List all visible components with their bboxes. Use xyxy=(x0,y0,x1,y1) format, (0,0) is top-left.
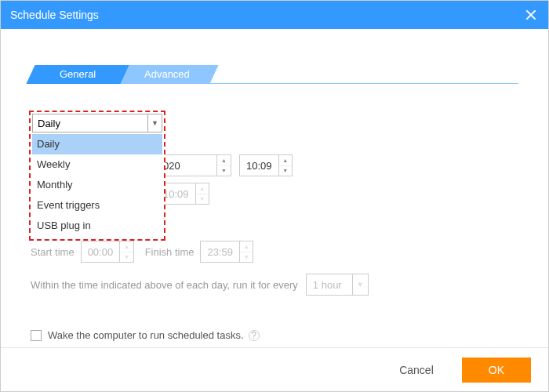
spinner-up-icon: ▲ xyxy=(120,241,133,252)
schedule-type-combo[interactable]: Daily ▼ xyxy=(32,114,162,132)
option-usb-plug-in[interactable]: USB plug in xyxy=(32,216,162,236)
time-field[interactable]: 10:09 ▲▼ xyxy=(239,154,293,176)
wake-row: Wake the computer to run scheduled tasks… xyxy=(31,329,260,341)
spinner-down-icon: ▼ xyxy=(240,252,253,263)
date-value: 020 xyxy=(157,160,216,172)
start-finish-row: Start time 00:00 ▲▼ Finish time 23:59 ▲▼ xyxy=(31,241,264,263)
finish-time-spinner: ▲▼ xyxy=(239,241,253,262)
date-time-row: 020 ▲▼ 10:09 ▲▼ xyxy=(156,154,293,176)
date-spinner[interactable]: ▲▼ xyxy=(216,155,231,176)
interval-combo: 1 hour ▼ xyxy=(306,274,369,296)
spinner-up-icon: ▲ xyxy=(196,183,209,194)
interval-value: 1 hour xyxy=(307,279,352,291)
finish-time-value: 23:59 xyxy=(201,246,239,258)
schedule-type-dropdown-highlight: Daily ▼ Daily Weekly Monthly Event trigg… xyxy=(29,111,165,241)
start-time-label: Start time xyxy=(31,246,75,258)
help-icon[interactable]: ? xyxy=(249,330,260,341)
tabs: General Advanced xyxy=(31,60,518,84)
footer: Cancel OK xyxy=(1,347,548,391)
spinner-down-icon[interactable]: ▼ xyxy=(217,166,231,176)
spinner-up-icon[interactable]: ▲ xyxy=(279,155,292,166)
finish-time-field: 23:59 ▲▼ xyxy=(200,241,253,263)
spinner-down-icon: ▼ xyxy=(196,194,209,205)
date-field[interactable]: 020 ▲▼ xyxy=(156,154,231,176)
spinner-down-icon: ▼ xyxy=(120,252,133,263)
tab-general[interactable]: General xyxy=(26,65,129,84)
schedule-type-value: Daily xyxy=(33,118,147,129)
wake-checkbox[interactable] xyxy=(31,330,42,341)
spinner-up-icon: ▲ xyxy=(240,241,253,252)
schedule-settings-window: Schedule Settings General Advanced Daily… xyxy=(0,0,549,392)
interval-row: Within the time indicated above of each … xyxy=(31,274,369,296)
ok-button[interactable]: OK xyxy=(462,358,531,383)
start-time-spinner: ▲▼ xyxy=(119,241,133,262)
spinner-down-icon[interactable]: ▼ xyxy=(279,166,292,176)
tab-advanced[interactable]: Advanced xyxy=(115,65,218,84)
option-weekly[interactable]: Weekly xyxy=(32,154,162,175)
chevron-down-icon: ▼ xyxy=(352,274,368,295)
time-spinner-disabled: ▲▼ xyxy=(195,183,209,204)
window-title: Schedule Settings xyxy=(10,9,99,21)
option-monthly[interactable]: Monthly xyxy=(32,175,162,195)
client-area: General Advanced Daily ▼ Daily Weekly Mo… xyxy=(1,29,548,112)
spinner-up-icon[interactable]: ▲ xyxy=(217,155,231,166)
interval-text: Within the time indicated above of each … xyxy=(31,279,298,291)
option-event-triggers[interactable]: Event triggers xyxy=(32,195,162,216)
time-value: 10:09 xyxy=(240,160,278,172)
schedule-type-list: Daily Weekly Monthly Event triggers USB … xyxy=(32,134,162,236)
chevron-down-icon[interactable]: ▼ xyxy=(147,114,162,132)
close-icon[interactable] xyxy=(523,7,539,23)
finish-time-label: Finish time xyxy=(145,246,195,258)
start-time-field: 00:00 ▲▼ xyxy=(81,241,134,263)
option-daily[interactable]: Daily xyxy=(32,134,162,154)
time-spinner[interactable]: ▲▼ xyxy=(278,155,292,176)
titlebar: Schedule Settings xyxy=(1,1,548,29)
start-time-value: 00:00 xyxy=(82,246,120,258)
cancel-button[interactable]: Cancel xyxy=(387,358,446,383)
form-area: Daily ▼ Daily Weekly Monthly Event trigg… xyxy=(31,84,518,112)
wake-label: Wake the computer to run scheduled tasks… xyxy=(48,329,244,341)
